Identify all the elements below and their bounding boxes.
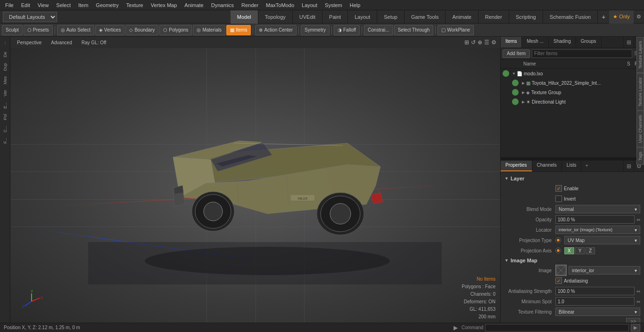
texture-filtering-dropdown[interactable]: Bilinear ▾ xyxy=(555,308,640,316)
layout-tab-scripting[interactable]: Scripting xyxy=(509,10,543,24)
edge-tab-texture-layers[interactable]: Texture Layers xyxy=(636,37,644,73)
layout-dropdown[interactable]: Default Layouts xyxy=(3,12,57,22)
sidebar-toggle[interactable]: ⋮ xyxy=(1,39,9,47)
command-divider[interactable]: ▶ xyxy=(452,324,460,331)
menu-maxtomodo[interactable]: MaxToModo xyxy=(263,1,297,9)
items-expand-icon[interactable]: ⊞ xyxy=(623,37,634,48)
auto-select-button[interactable]: ◎ Auto Select xyxy=(57,25,94,35)
sculpt-button[interactable]: Sculpt xyxy=(2,25,23,35)
layout-tab-paint[interactable]: Paint xyxy=(322,10,348,24)
layout-tab-layout[interactable]: Layout xyxy=(348,10,377,24)
tree-row-light[interactable]: ▶ ☀ Directional Light xyxy=(501,97,644,106)
select-through-button[interactable]: Select Through xyxy=(394,25,434,35)
add-item-button[interactable]: Add Item xyxy=(503,49,530,58)
viewport-maximize-icon[interactable]: ⊞ xyxy=(464,39,469,46)
tree-row-toyota[interactable]: ▶ ▦ Toyota_Hilux_2022_Simple_Int... xyxy=(501,78,644,88)
opacity-input[interactable]: 100.0 % xyxy=(555,215,635,224)
sidebar-item-dup[interactable]: Dup xyxy=(2,61,8,73)
tree-row-texture-group[interactable]: ▶ ◈ Texture Group xyxy=(501,88,644,97)
layout-tab-render[interactable]: Render xyxy=(479,10,509,24)
image-thumbnail[interactable] xyxy=(555,265,567,276)
symmetry-button[interactable]: Symmetry xyxy=(301,25,330,35)
edge-tab-user-channels[interactable]: User Channels xyxy=(636,111,644,147)
expand-icon-2[interactable]: ▶ xyxy=(520,80,526,86)
sidebar-item-mesh[interactable]: Mes xyxy=(2,74,8,86)
tab-groups[interactable]: Groups xyxy=(576,37,602,48)
menu-file[interactable]: File xyxy=(2,1,17,9)
invert-checkbox[interactable] xyxy=(555,195,562,202)
command-go-button[interactable]: ▶ xyxy=(631,324,640,332)
tab-items[interactable]: Items xyxy=(501,37,522,48)
viewport-gear-icon[interactable]: ⚙ xyxy=(491,39,496,46)
filter-items-input[interactable] xyxy=(532,49,632,58)
viewport-zoom-icon[interactable]: ⊕ xyxy=(478,39,482,46)
menu-edit[interactable]: Edit xyxy=(18,1,33,9)
locator-dropdown[interactable]: interior_ior (Image) (Texture) ▾ xyxy=(555,226,640,234)
more-properties-button[interactable]: >> xyxy=(626,318,640,323)
menu-texture[interactable]: Texture xyxy=(123,1,147,9)
minimum-spot-input[interactable]: 1.0 xyxy=(555,297,635,306)
layout-tab-schematic[interactable]: Schematic Fusion xyxy=(543,10,598,24)
menu-view[interactable]: View xyxy=(34,1,52,9)
materials-button[interactable]: ◎ Materials xyxy=(193,25,225,35)
props-tab-plus[interactable]: + xyxy=(581,161,592,171)
polygons-button[interactable]: ⬡ Polygons xyxy=(159,25,192,35)
image-dropdown[interactable]: interior_ior ▾ xyxy=(569,266,640,275)
layout-tab-gametools[interactable]: Game Tools xyxy=(405,10,446,24)
viewport-reset-icon[interactable]: ↺ xyxy=(471,39,476,46)
menu-render[interactable]: Render xyxy=(238,1,262,9)
menu-animate[interactable]: Animate xyxy=(181,1,206,9)
viewport-raygl-btn[interactable]: Ray GL: Off xyxy=(79,40,109,46)
sidebar-item-ver[interactable]: Ver xyxy=(2,88,8,98)
minimum-spot-adjust[interactable]: ⇔ xyxy=(636,299,640,304)
viewport-advanced-btn[interactable]: Advanced xyxy=(48,40,74,46)
layout-tab-uvedit[interactable]: UVEdit xyxy=(293,10,322,24)
menu-vertex-map[interactable]: Vertex Map xyxy=(148,1,181,9)
layout-tab-setup[interactable]: Setup xyxy=(377,10,405,24)
menu-dynamics[interactable]: Dynamics xyxy=(208,1,237,9)
x-axis-button[interactable]: X xyxy=(564,247,574,254)
tree-row-modo-lxo[interactable]: ▼ 📄 modo.lxo xyxy=(501,69,644,78)
workplane-button[interactable]: ▢ WorkPlane xyxy=(438,25,474,35)
enable-checkbox[interactable]: ✓ xyxy=(555,185,562,192)
opacity-adjust-icon[interactable]: ⇔ xyxy=(636,217,640,222)
sidebar-item-de[interactable]: De xyxy=(2,50,8,59)
props-expand-icon[interactable]: ⊞ xyxy=(623,161,634,172)
layout-settings-icon[interactable]: ⚙ xyxy=(634,10,644,24)
constraints-button[interactable]: Constrai... xyxy=(364,25,393,35)
blend-mode-dropdown[interactable]: Normal ▾ xyxy=(555,205,640,213)
menu-select[interactable]: Select xyxy=(53,1,74,9)
layout-tab-animate[interactable]: Animate xyxy=(446,10,478,24)
projection-axis-radio[interactable] xyxy=(555,248,561,253)
sidebar-item-pol[interactable]: Pol xyxy=(2,112,8,122)
antialiasing-strength-adjust[interactable]: ⇔ xyxy=(636,289,640,294)
layout-tab-model[interactable]: Model xyxy=(231,10,258,24)
menu-geometry[interactable]: Geometry xyxy=(92,1,122,9)
menu-layout[interactable]: Layout xyxy=(298,1,321,9)
action-center-button[interactable]: ⊕ Action Center xyxy=(255,25,297,35)
image-map-section[interactable]: ▼ Image Map xyxy=(503,256,642,265)
layout-tab-plus[interactable]: + xyxy=(598,11,609,23)
tab-shading[interactable]: Shading xyxy=(549,37,576,48)
z-axis-button[interactable]: Z xyxy=(586,247,595,254)
expand-icon-4[interactable]: ▶ xyxy=(520,99,526,105)
sidebar-item-f[interactable]: F... xyxy=(2,136,8,146)
boundary-button[interactable]: ◇ Boundary xyxy=(125,25,158,35)
expand-icon-3[interactable]: ▶ xyxy=(520,89,526,95)
viewport-perspective-btn[interactable]: Perspective xyxy=(14,40,44,46)
tab-channels[interactable]: Channels xyxy=(532,161,562,171)
menu-item[interactable]: Item xyxy=(75,1,91,9)
items-button[interactable]: ▦ Items xyxy=(226,25,251,35)
menu-help[interactable]: Help xyxy=(347,1,364,9)
layer-section[interactable]: ▼ Layer xyxy=(503,174,642,183)
presets-button[interactable]: ⬡ Presets xyxy=(24,25,53,35)
menu-system[interactable]: System xyxy=(322,1,346,9)
tab-lists[interactable]: Lists xyxy=(562,161,582,171)
tab-mesh[interactable]: Mesh ... xyxy=(522,37,549,48)
projection-type-dropdown[interactable]: UV Map ▾ xyxy=(564,236,640,244)
viewport[interactable]: Perspective Advanced Ray GL: Off ⊞ ↺ ⊕ ☰… xyxy=(10,37,500,323)
sidebar-item-e[interactable]: E... xyxy=(2,100,8,111)
projection-type-radio[interactable] xyxy=(555,237,561,243)
y-axis-button[interactable]: Y xyxy=(575,247,585,254)
falloff-button[interactable]: ◑ Falloff xyxy=(334,25,360,35)
